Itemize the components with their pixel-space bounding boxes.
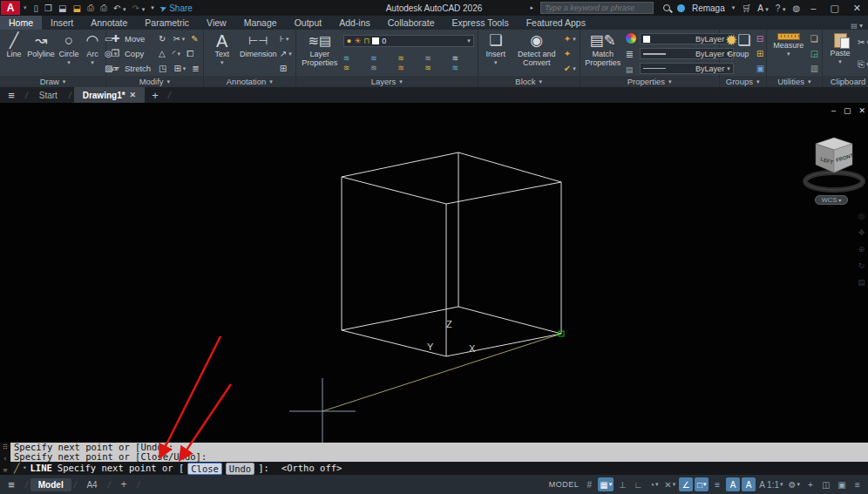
ribbon-tab-manage[interactable]: Manage <box>235 16 286 30</box>
ribbon-tab-featured-apps[interactable]: Featured Apps <box>518 16 594 30</box>
polyline-tool[interactable]: ↝ Polyline <box>28 31 54 76</box>
tab-start[interactable]: Start <box>31 87 66 103</box>
panel-label-utilities[interactable]: Utilities▾ <box>767 76 822 87</box>
offset-icon[interactable]: ≣ <box>192 64 199 73</box>
ribbon-tab-collaborate[interactable]: Collaborate <box>379 16 444 30</box>
isodraft-icon[interactable]: ✕▾ <box>662 477 677 491</box>
ungroup-tool[interactable]: ⊟ <box>756 32 764 46</box>
restore-window-icon[interactable]: ▢ <box>826 3 842 14</box>
recent-commands-icon[interactable]: ⠿ <box>3 443 8 451</box>
command-input-line[interactable]: ╱ ▾ LINE Specify next point or [ Close U… <box>10 462 868 475</box>
customize-wrench-icon[interactable]: ⚒︎ <box>3 466 8 474</box>
insert-block-tool[interactable]: ❏ Insert ▾ <box>482 31 510 76</box>
group-select-tool[interactable]: ▣ <box>756 62 764 76</box>
quick-select-tool[interactable]: ❏ <box>810 32 818 46</box>
panel-label-groups[interactable]: Groups▾ <box>720 76 766 87</box>
polar-tracking-icon[interactable]: ◔▾ <box>647 477 661 491</box>
id-point-tool[interactable]: ▥ <box>810 62 818 76</box>
model-space-label[interactable]: MODEL <box>547 477 581 491</box>
ribbon-tab-insert[interactable]: Insert <box>42 16 82 30</box>
print-icon[interactable]: ⎙ <box>100 3 107 13</box>
clean-screen-icon[interactable]: ▣ <box>835 477 849 491</box>
copy-clip-tool[interactable]: ⎘▾ <box>858 58 868 71</box>
array-icon[interactable]: ⊞ <box>173 64 180 73</box>
block-create-tool[interactable]: ✦ <box>564 47 576 61</box>
group-tool[interactable]: ✹❏ Group <box>723 31 753 76</box>
ribbon-tab-add-ins[interactable]: Add-ins <box>330 16 379 30</box>
wcs-dropdown[interactable]: WCS▾ <box>815 195 848 205</box>
scale-icon[interactable]: ◳ <box>159 64 166 73</box>
rotate-icon[interactable]: ↻ <box>159 34 166 44</box>
assistant-icon[interactable]: ◍ <box>793 3 801 13</box>
user-menu-caret-icon[interactable]: ▾ <box>732 4 736 11</box>
showmotion-icon[interactable]: ▤ <box>858 278 865 287</box>
infer-constraints-icon[interactable]: ⊥ <box>615 477 629 491</box>
panel-label-annotation[interactable]: Annotation▾ <box>204 76 295 87</box>
lineweight-icon[interactable]: ≡ <box>710 477 724 491</box>
cart-icon[interactable]: 🛒︎ <box>742 3 750 13</box>
layer-state-icon[interactable]: ≋ <box>370 54 392 63</box>
autocad-logo-icon[interactable]: A <box>1 1 20 15</box>
annotation-autoscale-icon[interactable]: A <box>742 477 756 491</box>
line-tool[interactable]: ╱ Line <box>3 31 24 76</box>
mirror-icon[interactable]: △ <box>159 49 166 58</box>
autodesk-app-icon[interactable]: A ▾ <box>757 3 768 13</box>
erase-icon[interactable]: ✎ <box>191 34 198 44</box>
ribbon-collapse-icon[interactable]: ▤ ▾ <box>851 22 863 30</box>
toolbar-options-caret-icon[interactable]: ▾ <box>151 4 154 11</box>
paste-tool[interactable]: Paste ▾ <box>826 31 854 76</box>
ribbon-tab-annotate[interactable]: Annotate <box>82 16 136 30</box>
undo-icon[interactable]: ↶ ▾ <box>113 3 126 13</box>
open-folder-icon[interactable]: ❒ <box>44 3 52 13</box>
ribbon-tab-parametric[interactable]: Parametric <box>136 16 198 30</box>
ribbon-tab-view[interactable]: View <box>198 16 235 30</box>
color-wheel-icon[interactable] <box>626 33 636 44</box>
doc-restore-icon[interactable]: ▢ <box>844 106 851 115</box>
panel-label-clipboard[interactable]: Clipboard <box>823 76 868 87</box>
option-undo-button[interactable]: Undo <box>226 463 254 475</box>
workspace-gear-icon[interactable]: ⚙▾ <box>787 477 802 491</box>
snap-icon[interactable]: ▦▾ <box>598 477 614 491</box>
pan-icon[interactable]: ✥ <box>858 228 865 237</box>
layout-tabs-menu-icon[interactable]: ≡ <box>0 478 23 491</box>
layer-state-icon[interactable]: ≋ <box>452 54 474 63</box>
save-as-icon[interactable]: ⬓ <box>72 3 80 13</box>
linear-dim-tool[interactable]: ⊦▾ <box>280 32 292 46</box>
isolate-objects-icon[interactable]: ◫ <box>819 477 833 491</box>
collapse-history-icon[interactable]: ‹ <box>3 455 8 463</box>
help-icon[interactable]: ? ▾ <box>776 3 786 13</box>
search-icon[interactable] <box>663 4 670 11</box>
statusbar-menu-icon[interactable]: ≡ <box>851 477 865 491</box>
leader-tool[interactable]: ↗▾ <box>280 47 292 61</box>
layer-state-icon[interactable]: ≋ <box>397 64 419 72</box>
copy-tool[interactable]: ❐Copy <box>110 47 155 61</box>
layer-state-icon[interactable]: ≋ <box>343 64 365 72</box>
panel-label-layers[interactable]: Layers▾ <box>296 76 478 87</box>
ribbon-tab-express-tools[interactable]: Express Tools <box>443 16 517 30</box>
search-box[interactable] <box>540 2 654 14</box>
command-options-caret-icon[interactable]: ▾ <box>23 462 26 475</box>
layer-state-icon[interactable]: ≋ <box>370 64 392 72</box>
osnap-tracking-icon[interactable]: ∠ <box>679 477 693 491</box>
model-tab[interactable]: Model <box>31 478 71 491</box>
ribbon-tab-output[interactable]: Output <box>286 16 331 30</box>
full-nav-wheel-icon[interactable]: ◎ <box>858 212 865 220</box>
layer-properties-tool[interactable]: ≋▤ LayerProperties <box>300 31 340 76</box>
quick-calc-tool[interactable]: ◲ <box>810 47 818 61</box>
user-avatar-icon[interactable] <box>677 4 685 12</box>
layer-state-icon[interactable]: ≋ <box>397 54 419 63</box>
panel-label-properties[interactable]: Properties▾ <box>580 76 719 87</box>
match-properties-tool[interactable]: ▤✎ MatchProperties <box>584 31 622 76</box>
table-tool[interactable]: ⊞ <box>280 62 292 76</box>
explode-icon[interactable]: ⧠ <box>186 49 193 59</box>
save-icon[interactable]: ⬓ <box>58 3 66 13</box>
minimize-window-icon[interactable]: – <box>807 3 819 13</box>
zoom-extents-icon[interactable]: ⊕ <box>858 245 865 254</box>
new-drawing-tab-icon[interactable]: + <box>145 89 166 102</box>
move-tool[interactable]: ✚Move <box>110 32 155 46</box>
block-attributes-tool[interactable]: ✔▾ <box>564 62 576 76</box>
ortho-icon[interactable]: ∟ <box>631 477 645 491</box>
new-file-icon[interactable]: ▯ <box>34 3 39 13</box>
doc-minimize-icon[interactable]: – <box>831 106 836 115</box>
osnap-icon[interactable]: □▾ <box>695 477 709 491</box>
